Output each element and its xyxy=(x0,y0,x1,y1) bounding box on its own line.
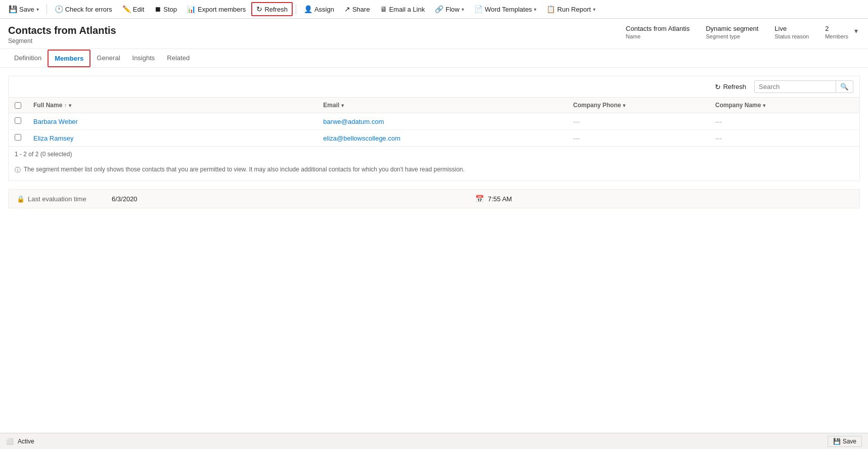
row-fullname-link[interactable]: Eliza Ramsey xyxy=(33,134,73,142)
page-subtitle: Segment xyxy=(8,37,116,44)
status-left: ⬜ Active xyxy=(6,438,34,445)
export-members-button[interactable]: 📊 Export members xyxy=(182,3,250,16)
edit-button[interactable]: ✏️ Edit xyxy=(118,3,149,16)
eval-row: 🔒 Last evaluation time 6/3/2020 📅 7:55 A… xyxy=(9,190,859,208)
col-header-fullname[interactable]: Full Name ▾ xyxy=(27,98,317,113)
status-save-icon: 💾 xyxy=(833,438,841,445)
tab-definition[interactable]: Definition xyxy=(8,49,48,68)
table-row: Eliza Ramsey eliza@bellowscollege.com --… xyxy=(9,130,859,147)
share-button[interactable]: ↗ Share xyxy=(340,3,375,16)
share-icon: ↗ xyxy=(344,5,350,13)
search-submit-button[interactable]: 🔍 xyxy=(836,81,853,93)
save-dropdown-arrow[interactable]: ▾ xyxy=(36,7,39,12)
word-templates-dropdown-arrow[interactable]: ▾ xyxy=(534,7,536,12)
select-all-checkbox[interactable] xyxy=(15,102,21,109)
row-company-cell: --- xyxy=(709,130,859,147)
col-header-checkbox xyxy=(9,98,27,113)
row-email-cell: barwe@adatum.com xyxy=(317,113,567,130)
tab-general[interactable]: General xyxy=(90,49,126,68)
meta-status-reason-value: Live xyxy=(774,25,809,32)
save-icon: 💾 xyxy=(9,5,17,13)
flow-button[interactable]: 🔗 Flow ▾ xyxy=(430,3,468,16)
row-phone-cell: --- xyxy=(567,113,709,130)
sort-phone-chevron-icon[interactable]: ▾ xyxy=(623,103,625,108)
meta-segment-type-label: Segment type xyxy=(706,33,758,39)
word-templates-icon: 📄 xyxy=(474,5,483,13)
col-header-phone[interactable]: Company Phone ▾ xyxy=(567,98,709,113)
search-box: 🔍 xyxy=(754,80,853,93)
table-toolbar: ↻ Refresh 🔍 xyxy=(9,76,859,98)
export-icon: 📊 xyxy=(187,5,196,13)
toolbar-divider-2 xyxy=(296,4,296,14)
meta-name: Contacts from Atlantis Name xyxy=(626,25,690,39)
meta-members-value: 2 xyxy=(825,25,848,32)
sort-fullname-chevron-icon[interactable]: ▾ xyxy=(69,103,71,108)
row-phone-cell: --- xyxy=(567,130,709,147)
sort-company-chevron-icon[interactable]: ▾ xyxy=(763,103,765,108)
members-table-card: ↻ Refresh 🔍 xyxy=(8,76,860,181)
col-header-email[interactable]: Email ▾ xyxy=(317,98,567,113)
meta-members-label: Members xyxy=(825,33,848,39)
table-count-text: 1 - 2 of 2 (0 selected) xyxy=(15,151,72,158)
table-header-row: Full Name ▾ Email ▾ xyxy=(9,98,859,113)
content-panel: ↻ Refresh 🔍 xyxy=(0,68,868,433)
info-note: ⓘ The segment member list only shows tho… xyxy=(9,162,859,181)
email-icon: 🖥 xyxy=(380,5,387,13)
col-header-company[interactable]: Company Name ▾ xyxy=(709,98,859,113)
row-fullname-cell: Barbara Weber xyxy=(27,113,317,130)
sort-email-chevron-icon[interactable]: ▾ xyxy=(341,103,344,108)
row-fullname-cell: Eliza Ramsey xyxy=(27,130,317,147)
row-checkbox[interactable] xyxy=(15,117,21,124)
page-title-section: Contacts from Atlantis Segment xyxy=(8,25,116,44)
eval-label: 🔒 Last evaluation time xyxy=(17,195,108,203)
eval-card: 🔒 Last evaluation time 6/3/2020 📅 7:55 A… xyxy=(8,189,860,208)
status-text: Active xyxy=(18,438,34,445)
row-fullname-link[interactable]: Barbara Weber xyxy=(33,118,78,125)
tab-members[interactable]: Members xyxy=(48,50,90,67)
sort-fullname-asc-icon xyxy=(64,102,67,109)
table-refresh-button[interactable]: ↻ Refresh xyxy=(711,81,750,93)
stop-icon: ⏹ xyxy=(154,5,161,13)
search-input[interactable] xyxy=(755,81,836,93)
main-area: Contacts from Atlantis Segment Contacts … xyxy=(0,19,868,433)
tab-related[interactable]: Related xyxy=(161,49,196,68)
header-collapse-button[interactable]: ▾ xyxy=(852,25,860,37)
check-errors-icon: 🕐 xyxy=(55,5,63,13)
page-title: Contacts from Atlantis xyxy=(8,25,116,36)
assign-icon: 👤 xyxy=(304,5,312,13)
save-button[interactable]: 💾 Save ▾ xyxy=(4,3,43,16)
row-email-link[interactable]: eliza@bellowscollege.com xyxy=(323,134,400,142)
table-footer: 1 - 2 of 2 (0 selected) xyxy=(9,146,859,162)
meta-members: 2 Members xyxy=(825,25,848,39)
run-report-icon: 📋 xyxy=(546,5,555,13)
info-icon: ⓘ xyxy=(15,166,21,174)
meta-segment-type: Dynamic segment Segment type xyxy=(706,25,758,39)
eval-date-text: 6/3/2020 xyxy=(112,195,471,203)
row-company-cell: --- xyxy=(709,113,859,130)
tab-insights[interactable]: Insights xyxy=(126,49,161,68)
flow-icon: 🔗 xyxy=(435,5,443,13)
status-icon: ⬜ xyxy=(6,438,14,445)
check-errors-button[interactable]: 🕐 Check for errors xyxy=(50,3,117,16)
page-meta-section: Contacts from Atlantis Name Dynamic segm… xyxy=(626,25,848,39)
calendar-icon: 📅 xyxy=(475,195,484,203)
word-templates-button[interactable]: 📄 Word Templates ▾ xyxy=(470,3,541,16)
email-link-button[interactable]: 🖥 Email a Link xyxy=(376,3,430,16)
tabs-bar: Definition Members General Insights Rela… xyxy=(0,49,868,68)
eval-time-text: 7:55 AM xyxy=(488,195,847,203)
meta-name-value: Contacts from Atlantis xyxy=(626,25,690,32)
run-report-button[interactable]: 📋 Run Report ▾ xyxy=(542,3,600,16)
refresh-button[interactable]: ↻ Refresh xyxy=(251,2,293,16)
run-report-dropdown-arrow[interactable]: ▾ xyxy=(593,7,596,12)
table-row: Barbara Weber barwe@adatum.com --- --- xyxy=(9,113,859,130)
meta-name-label: Name xyxy=(626,33,690,39)
assign-button[interactable]: 👤 Assign xyxy=(299,3,339,16)
table-refresh-icon: ↻ xyxy=(715,83,721,91)
status-save-button[interactable]: 💾 Save xyxy=(828,436,862,447)
row-email-link[interactable]: barwe@adatum.com xyxy=(323,118,384,125)
row-checkbox[interactable] xyxy=(15,134,21,141)
flow-dropdown-arrow[interactable]: ▾ xyxy=(462,7,464,12)
stop-button[interactable]: ⏹ Stop xyxy=(150,3,181,16)
refresh-icon: ↻ xyxy=(256,5,262,13)
toolbar-divider-1 xyxy=(47,4,47,14)
